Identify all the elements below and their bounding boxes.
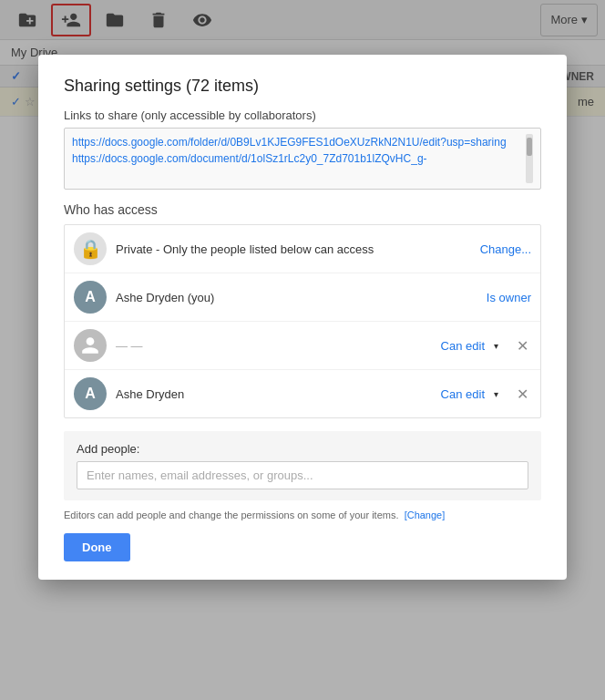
editors-note-text: Editors can add people and change the pe… <box>64 510 399 520</box>
sharing-dialog: Sharing settings (72 items) Links to sha… <box>38 55 567 580</box>
links-label: Links to share (only accessible by colla… <box>64 108 541 122</box>
links-scrollbar-thumb <box>527 138 532 156</box>
links-text: https://docs.google.com/folder/d/0B9Lv1K… <box>72 134 526 183</box>
access-name-ashe: Ashe Dryden <box>116 387 184 401</box>
anon-role-dropdown-icon: ▾ <box>494 341 498 351</box>
access-row-private: 🔒 Private - Only the people listed below… <box>65 225 540 273</box>
add-people-label: Add people: <box>77 442 528 456</box>
dialog-title: Sharing settings (72 items) <box>64 77 541 96</box>
access-list: 🔒 Private - Only the people listed below… <box>64 224 541 418</box>
access-row-owner: A Ashe Dryden (you) Is owner <box>65 273 540 322</box>
access-name-private: Private - Only the people listed below c… <box>116 242 374 256</box>
access-info-private: Private - Only the people listed below c… <box>116 242 471 256</box>
overlay: Sharing settings (72 items) Links to sha… <box>0 0 605 700</box>
access-info-anon: — — <box>116 339 432 353</box>
access-info-ashe: Ashe Dryden <box>116 387 432 401</box>
access-name-owner: Ashe Dryden (you) <box>116 291 214 304</box>
owner-avatar: A <box>74 281 107 314</box>
owner-role: Is owner <box>487 291 531 304</box>
lock-avatar: 🔒 <box>74 232 107 265</box>
editors-note: Editors can add people and change the pe… <box>64 510 541 520</box>
done-button[interactable]: Done <box>64 533 130 561</box>
owner-avatar-text: A <box>85 289 96 305</box>
links-box[interactable]: https://docs.google.com/folder/d/0B9Lv1K… <box>64 128 541 190</box>
who-access-label: Who has access <box>64 202 541 217</box>
access-name-anon: — — <box>116 339 143 353</box>
anon-role[interactable]: Can edit <box>441 339 485 353</box>
anon-avatar <box>74 329 107 362</box>
ashe-avatar: A <box>74 377 107 410</box>
access-row-ashe: A Ashe Dryden Can edit ▾ ✕ <box>65 370 540 417</box>
anon-remove-button[interactable]: ✕ <box>513 337 531 355</box>
add-people-input[interactable] <box>77 461 528 489</box>
change-link[interactable]: Change... <box>480 242 531 256</box>
access-row-anon: — — Can edit ▾ ✕ <box>65 322 540 370</box>
links-scrollbar[interactable] <box>526 134 533 183</box>
ashe-role-dropdown-icon: ▾ <box>494 389 498 399</box>
change-permissions-link[interactable]: [Change] <box>405 510 446 520</box>
add-people-section: Add people: <box>64 431 541 500</box>
ashe-avatar-text: A <box>85 386 96 402</box>
access-info-owner: Ashe Dryden (you) <box>116 291 477 304</box>
ashe-remove-button[interactable]: ✕ <box>513 386 531 403</box>
ashe-role[interactable]: Can edit <box>441 387 485 401</box>
